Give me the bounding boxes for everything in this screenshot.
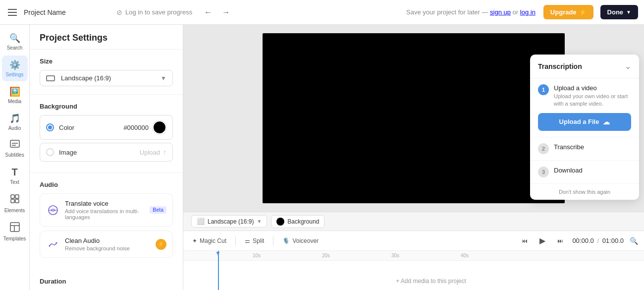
landscape-icon: ⬜: [197, 218, 205, 225]
sidebar-item-settings[interactable]: ⚙️ Settings: [2, 56, 28, 81]
svg-rect-0: [10, 140, 19, 147]
sidebar-item-text[interactable]: T Text: [2, 163, 28, 189]
playhead[interactable]: [218, 251, 219, 290]
add-media-label: + Add media to this project: [396, 278, 466, 285]
timeline-toolbar: ✦ Magic Cut ⚌ Split 🎙️ Voiceover ⏮ ▶ ⏭: [183, 231, 644, 251]
done-button[interactable]: Done ▼: [600, 5, 638, 19]
svg-rect-3: [11, 195, 14, 198]
sidebar-item-search[interactable]: 🔍 Search: [2, 29, 28, 55]
svg-rect-10: [47, 76, 54, 81]
image-option[interactable]: Image Upload ↑: [40, 143, 173, 162]
fast-forward-button[interactable]: ⏭: [554, 235, 566, 246]
step-3-info: Download: [554, 167, 631, 174]
step-3-row: 3 Download: [538, 167, 631, 177]
transcription-step-1: 1 Upload a video Upload your own video o…: [530, 78, 639, 137]
svg-point-14: [56, 242, 57, 243]
magic-cut-button[interactable]: ✦ Magic Cut: [189, 235, 229, 246]
dont-show-button[interactable]: Don't show this again: [530, 184, 639, 200]
upload-icon: ↑: [163, 148, 166, 156]
timeline-separator-1: [235, 236, 236, 245]
sign-up-link[interactable]: sign up: [490, 8, 511, 16]
menu-icon[interactable]: [6, 5, 20, 19]
upload-file-label: Upload a File: [559, 118, 599, 125]
background-label: Background: [287, 218, 319, 225]
size-selected: Landscape (16:9): [46, 74, 111, 82]
timeline-ruler: 10s 20s 30s 40s: [183, 251, 644, 261]
undo-button[interactable]: ←: [200, 6, 216, 19]
translate-voice-icon: [46, 203, 60, 217]
upload-file-button[interactable]: Upload a File ☁: [538, 113, 631, 131]
sidebar-item-subtitles[interactable]: Subtitles: [2, 136, 28, 162]
current-time: 00:00.0: [572, 237, 593, 244]
background-section: Background Color #000000 Image Upload ↑: [30, 95, 183, 173]
ruler-mark-10s: 10s: [253, 253, 261, 258]
rewind-button[interactable]: ⏮: [519, 235, 531, 246]
redo-button[interactable]: →: [218, 6, 234, 19]
sidebar-item-label-media: Media: [8, 99, 21, 104]
step-2-info: Transcribe: [554, 143, 631, 151]
sidebar-item-media[interactable]: 🖼️ Media: [2, 82, 28, 108]
duration-section: Duration: [30, 270, 183, 290]
translate-voice-desc: Add voice translations in multi-language…: [65, 208, 145, 220]
microphone-icon: 🎙️: [282, 237, 290, 244]
gear-icon: ⚙️: [9, 59, 20, 70]
clean-audio-item[interactable]: Clean Audio Remove background noise: [40, 231, 173, 258]
split-button[interactable]: ⚌ Split: [242, 235, 267, 246]
step-1-number: 1: [538, 84, 549, 95]
color-radio[interactable]: [46, 123, 54, 131]
ruler-mark-30s: 30s: [391, 253, 399, 258]
collapse-icon[interactable]: ⌄: [625, 61, 631, 71]
sidebar-item-label-subtitles: Subtitles: [5, 152, 24, 158]
color-swatch[interactable]: [153, 120, 166, 134]
timeline-content[interactable]: + Add media to this project: [218, 263, 644, 288]
step-1-desc: Upload your own video or start with a sa…: [554, 93, 631, 108]
timeline-area: ✦ Magic Cut ⚌ Split 🎙️ Voiceover ⏮ ▶ ⏭: [183, 231, 644, 290]
sidebar-item-templates[interactable]: Templates: [2, 218, 28, 245]
sidebar-item-label-audio: Audio: [8, 125, 21, 131]
transcription-step-2: 2 Transcribe: [530, 137, 639, 161]
save-project-text: Save your project for later — sign up or…: [406, 8, 536, 16]
image-radio[interactable]: [46, 148, 54, 156]
text-icon: T: [11, 167, 17, 178]
step-2-row: 2 Transcribe: [538, 143, 631, 154]
translate-voice-info: Translate voice Add voice translations i…: [65, 200, 145, 220]
svg-rect-4: [15, 195, 19, 198]
svg-rect-7: [10, 223, 19, 232]
clean-audio-info: Clean Audio Remove background noise: [65, 237, 151, 251]
landscape-badge[interactable]: ⬜ Landscape (16:9) ▼: [191, 215, 267, 228]
log-in-link[interactable]: log in: [520, 8, 536, 16]
voiceover-button[interactable]: 🎙️ Voiceover: [279, 235, 322, 246]
color-hex-value: #000000: [123, 124, 149, 131]
svg-point-13: [49, 245, 51, 246]
clean-audio-icon: [46, 237, 60, 251]
upgrade-button[interactable]: Upgrade ⚡: [543, 5, 593, 19]
landscape-chevron-icon: ▼: [257, 219, 262, 224]
step-2-name: Transcribe: [554, 143, 631, 151]
background-badge[interactable]: Background: [271, 215, 324, 228]
sidebar-item-label-settings: Settings: [5, 72, 23, 77]
pro-badge: [156, 239, 166, 250]
cloud-off-icon: ⊘: [116, 8, 122, 16]
project-name-input[interactable]: [24, 8, 110, 16]
transcription-step-3: 3 Download: [530, 161, 639, 184]
translate-voice-item[interactable]: Translate voice Add voice translations i…: [40, 193, 173, 227]
color-option[interactable]: Color #000000: [40, 115, 173, 140]
size-dropdown[interactable]: Landscape (16:9) ▼: [40, 70, 173, 86]
play-button[interactable]: ▶: [537, 234, 548, 247]
sidebar-item-elements[interactable]: Elements: [2, 190, 28, 217]
save-progress-text: Log in to save progress: [125, 8, 192, 16]
add-media-overlay[interactable]: + Add media to this project: [218, 275, 644, 288]
sidebar-item-audio[interactable]: 🎵 Audio: [2, 109, 28, 135]
save-info: ⊘ Log in to save progress: [116, 8, 192, 16]
center-area: ⬜ Landscape (16:9) ▼ Background ✦ Magic …: [183, 25, 644, 290]
settings-panel: Project Settings Size Landscape (16:9) ▼…: [30, 25, 183, 290]
elements-icon: [10, 194, 20, 206]
step-1-name: Upload a video: [554, 84, 631, 92]
size-dropdown-chevron-icon: ▼: [161, 75, 166, 82]
zoom-icon: 🔍: [630, 237, 638, 245]
sidebar-item-label-search: Search: [7, 45, 23, 51]
transcription-panel: Transcription ⌄ 1 Upload a video Upload …: [530, 55, 639, 200]
templates-icon: [10, 222, 20, 234]
step-3-number: 3: [538, 167, 549, 177]
size-section: Size Landscape (16:9) ▼: [30, 50, 183, 95]
